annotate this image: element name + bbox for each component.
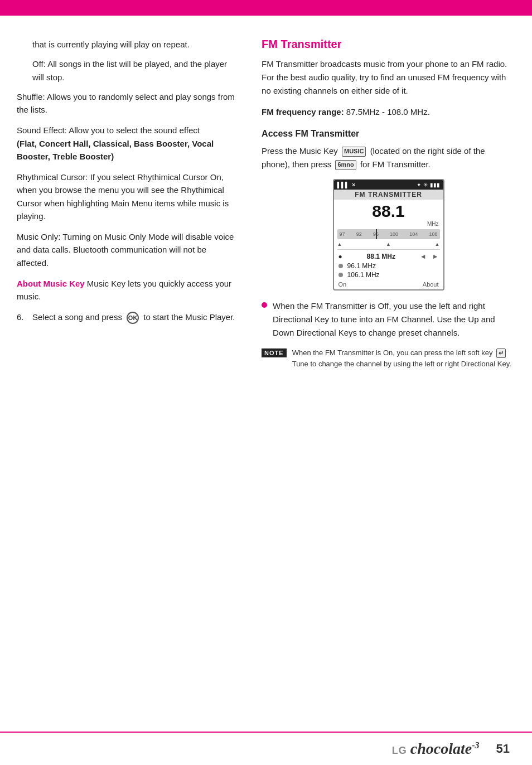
off-text: Off: All songs in the list will be playe…: [32, 57, 239, 84]
preset-label-2: 96.1 MHz: [347, 262, 376, 270]
phone-screen-header: ▌▌▌ ✕ ✦ ✳ ▮▮▮: [334, 180, 443, 190]
phone-screen-title: FM TRANSMITTER: [334, 190, 443, 200]
signal-icon: ▌▌▌: [337, 182, 349, 188]
preset-row-3: 106.1 MHz: [334, 270, 443, 279]
preset-dot-3: [338, 273, 343, 277]
preset-dot-2: [338, 264, 343, 268]
music-only-text: Music Only: Turning on Music Only Mode w…: [17, 230, 239, 269]
note-section: NOTE When the FM Transmitter is On, you …: [262, 347, 515, 370]
channel-arrow-1: ◄ ►: [420, 253, 439, 260]
text-sound: Sound Effect: Allow you to select the so…: [17, 125, 200, 135]
freq-indicator: [376, 229, 377, 239]
bullet-item-1: When the FM Transmitter is Off, you use …: [262, 299, 515, 340]
6mno-key-icon: 6mno: [335, 160, 356, 170]
text-off: Off: All songs in the list will be playe…: [32, 59, 227, 81]
text-sound-types: (Flat, Concert Hall, Classical, Bass Boo…: [17, 139, 214, 161]
fm-freq-range: FM frequency range: 87.5MHz - 108.0 MHz.: [262, 105, 515, 119]
text-shuffle: Shuffle: Allows you to randomly select a…: [17, 92, 235, 114]
text-music-only: Music Only: Turning on Music Only Mode w…: [17, 232, 234, 268]
preset-label-3: 106.1 MHz: [347, 271, 380, 279]
shuffle-text: Shuffle: Allows you to randomly select a…: [17, 90, 239, 117]
fm-desc: FM Transmitter broadcasts music from you…: [262, 57, 515, 98]
text-repeat: that is currently playing will play on r…: [32, 40, 190, 49]
access-desc: Press the Music Key MUSIC (located on th…: [262, 144, 515, 171]
freq-value: 87.5MHz - 108.0 MHz.: [346, 107, 430, 117]
ok-icon: OK: [127, 312, 139, 324]
footer-superscript: -3: [472, 740, 479, 750]
footer-brand: chocolate-3: [410, 740, 480, 758]
left-column: that is currently playing will play on r…: [17, 38, 256, 370]
channel-dot-1: ●: [338, 253, 342, 260]
access-title: Access FM Transmitter: [262, 129, 515, 139]
phone-screen-footer: On About: [334, 279, 443, 289]
bullet-text-1: When the FM Transmitter is Off, you use …: [273, 299, 515, 340]
sound-effect-text: Sound Effect: Allow you to select the so…: [17, 124, 239, 163]
channel-label-1: 88.1 MHz: [367, 253, 395, 260]
preset-markers: ▲ ▲ ▲: [334, 241, 443, 247]
bluetooth-icon: ✦: [417, 182, 421, 188]
text-rhythmical: Rhythmical Cursor: If you select Rhythim…: [17, 172, 229, 221]
footer-lg: LG: [392, 745, 407, 757]
list-item-6: 6. Select a song and press OK to start t…: [17, 311, 239, 324]
note-text: When the FM Transmitter is On, you can p…: [292, 347, 515, 370]
about-music-key-block: About Music Key Music Key lets you quick…: [17, 277, 239, 303]
freq-bar: 97 92 95 100 104 108: [337, 229, 440, 239]
list6-post: to start the Music Player.: [143, 312, 235, 322]
phone-freq-display: 88.1: [334, 200, 443, 221]
repeat-text: that is currently playing will play on r…: [32, 38, 239, 51]
other-icons: ✦ ✳ ▮▮▮: [417, 182, 440, 188]
status-icons: ▌▌▌ ✕: [337, 182, 356, 188]
note-post: Tune to change the channel by using the …: [292, 360, 511, 368]
rhythmical-text: Rhythmical Cursor: If you select Rhythim…: [17, 171, 239, 222]
right-column: FM Transmitter FM Transmitter broadcasts…: [256, 38, 515, 370]
mute-icon: ✕: [351, 182, 356, 188]
screen-divider: [337, 249, 440, 250]
list6-pre: Select a song and press: [32, 312, 124, 322]
list-number-6: 6.: [17, 311, 32, 324]
phone-freq-unit: MHz: [334, 221, 443, 227]
bullet-dot-1: [262, 302, 267, 308]
channel-row-1: ● 88.1 MHz ◄ ►: [334, 251, 443, 262]
footer-about: About: [423, 281, 439, 288]
footer-on: On: [338, 281, 347, 288]
freq-label: FM frequency range:: [262, 107, 344, 117]
battery-icon: ▮▮▮: [430, 182, 440, 188]
phone-screen-mockup: ▌▌▌ ✕ ✦ ✳ ▮▮▮ FM TRANSMITTER 88.1 MHz 97…: [333, 179, 444, 290]
top-bar: [0, 0, 532, 16]
note-pre: When the FM Transmitter is On, you can p…: [292, 348, 495, 357]
footer-page-number: 51: [496, 742, 510, 756]
bullet-section: When the FM Transmitter is Off, you use …: [262, 299, 515, 340]
preset-row-2: 96.1 MHz: [334, 262, 443, 270]
section-title-fm: FM Transmitter: [262, 38, 515, 51]
about-music-key-link[interactable]: About Music Key: [17, 279, 85, 288]
access-post: for FM Transmitter.: [360, 159, 431, 169]
star-icon: ✳: [423, 182, 428, 188]
music-key-icon: MUSIC: [342, 147, 366, 156]
left-soft-key-icon: ↵: [496, 348, 506, 358]
note-label: NOTE: [262, 348, 287, 357]
footer-bar: LG chocolate-3 51: [0, 732, 532, 765]
footer-logo: LG chocolate-3: [392, 740, 480, 758]
list-item-6-text: Select a song and press OK to start the …: [32, 311, 235, 324]
footer-brand-text: chocolate: [410, 740, 472, 757]
access-pre: Press the Music Key: [262, 146, 340, 156]
